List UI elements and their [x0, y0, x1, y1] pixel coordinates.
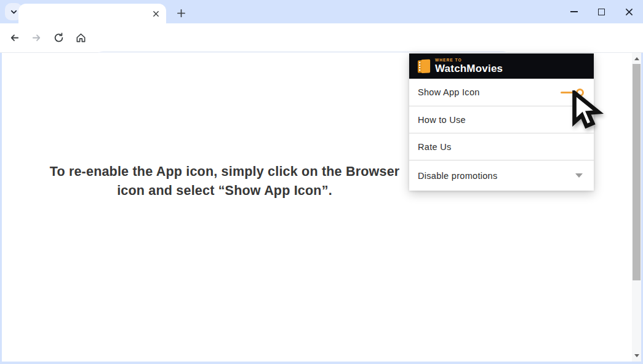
new-tab-button[interactable]: [173, 5, 189, 21]
maximize-button[interactable]: [588, 0, 615, 23]
menu-item-rate-us[interactable]: Rate Us: [409, 133, 594, 160]
page-message: To re-enable the App icon, simply click …: [37, 162, 412, 200]
popup-header: WHERE TO WatchMovies: [409, 53, 594, 79]
forward-button[interactable]: [25, 27, 47, 49]
reload-button[interactable]: [47, 27, 70, 49]
dropdown-caret-icon[interactable]: [575, 173, 583, 178]
brand-name: WatchMovies: [435, 63, 503, 74]
watchmovies-logo-icon: [417, 58, 431, 74]
back-button[interactable]: [3, 27, 25, 49]
cursor-arrow-icon: [567, 90, 606, 133]
triangle-down-icon: [634, 354, 639, 357]
browser-toolbar: [0, 23, 643, 53]
menu-item-how-to-use[interactable]: How to Use: [409, 106, 594, 133]
back-icon: [9, 32, 20, 44]
forward-icon: [31, 32, 42, 44]
menu-item-label: How to Use: [418, 115, 585, 125]
menu-item-label: Rate Us: [418, 142, 585, 152]
close-button[interactable]: [615, 0, 643, 23]
plus-icon: [177, 9, 186, 18]
tab-strip: [0, 0, 643, 23]
browser-tab[interactable]: [18, 4, 166, 23]
home-button[interactable]: [70, 27, 92, 49]
maximize-icon: [598, 9, 605, 15]
minimize-icon: [570, 11, 578, 12]
menu-item-disable-promotions[interactable]: Disable promotions: [409, 160, 594, 191]
menu-item-label: Show App Icon: [418, 87, 561, 97]
home-icon: [75, 32, 87, 44]
scrollbar-thumb[interactable]: [633, 64, 641, 280]
menu-item-label: Disable promotions: [418, 171, 575, 181]
brand-tagline: WHERE TO: [435, 58, 503, 63]
close-icon: [625, 8, 633, 16]
vertical-scrollbar[interactable]: [632, 53, 641, 362]
window-controls: [560, 0, 643, 23]
triangle-up-icon: [634, 57, 639, 60]
minimize-button[interactable]: [560, 0, 588, 23]
browser-window: To re-enable the App icon, simply click …: [0, 0, 643, 364]
scroll-down-arrow[interactable]: [632, 351, 641, 360]
tab-close-icon[interactable]: [150, 8, 161, 19]
menu-item-show-app-icon[interactable]: Show App Icon: [409, 79, 594, 106]
reload-icon: [53, 32, 65, 44]
brand-text: WHERE TO WatchMovies: [435, 58, 503, 74]
chevron-down-icon: [10, 8, 18, 16]
scroll-up-arrow[interactable]: [632, 54, 641, 63]
popup-menu: Show App Icon How to Use Rate Us Disable…: [409, 79, 594, 191]
watchmovies-popup: WHERE TO WatchMovies Show App Icon How t…: [409, 53, 594, 191]
